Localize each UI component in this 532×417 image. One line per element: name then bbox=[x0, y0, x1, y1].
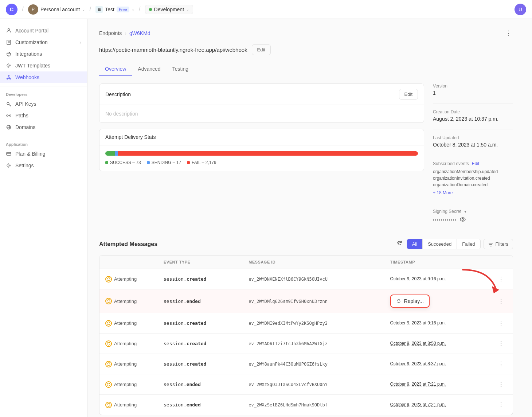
sidebar-item-integrations[interactable]: Integrations bbox=[0, 48, 87, 60]
more-actions-button[interactable]: ⋮ bbox=[504, 28, 513, 39]
nav-separator-1: / bbox=[22, 5, 24, 13]
messages-table-wrapper: EVENT TYPE MESSAGE ID TIMESTAMP bbox=[99, 255, 513, 415]
subscribed-events-edit-button[interactable]: Edit bbox=[472, 161, 480, 166]
timestamp-cell: October 9, 2023 at 7:21 p.m. bbox=[384, 395, 489, 415]
delivery-stats-header: Attempt Delivery Stats bbox=[99, 129, 424, 145]
svg-point-20 bbox=[460, 218, 465, 221]
user-avatar[interactable]: U bbox=[515, 4, 526, 15]
event-type-cell: session.created bbox=[158, 354, 243, 374]
svg-point-12 bbox=[7, 115, 8, 116]
breadcrumb-parent[interactable]: Endpoints bbox=[99, 30, 122, 36]
chevron-right-icon: › bbox=[79, 39, 81, 45]
subscribed-events-section: Subscribed events Edit organizationMembe… bbox=[433, 161, 513, 195]
sidebar-item-api-keys[interactable]: API Keys bbox=[0, 98, 87, 110]
status-badge: Attempting bbox=[105, 381, 152, 388]
settings-icon bbox=[6, 163, 12, 168]
sidebar-item-jwt-templates[interactable]: JWT Templates bbox=[0, 60, 87, 71]
tab-advanced[interactable]: Advanced bbox=[132, 62, 166, 76]
page-icon bbox=[6, 39, 12, 45]
delivery-stats-body: SUCCESS – 73 SENDING – 17 FAIL – 2,179 bbox=[99, 145, 424, 171]
sidebar-item-plan-billing[interactable]: Plan & Billing bbox=[0, 148, 87, 160]
message-id-text: ev_2WY8aunPk44C3OuMUP0GZ6fsLky bbox=[249, 362, 328, 367]
attempting-icon bbox=[105, 402, 112, 408]
replay-label: Replay... bbox=[404, 298, 424, 304]
main-column: Description Edit No description Attempt … bbox=[99, 83, 424, 230]
row-status-cell: Attempting bbox=[99, 374, 158, 395]
sidebar-item-domains[interactable]: Domains bbox=[0, 121, 87, 133]
legend-success-dot bbox=[105, 161, 108, 164]
row-menu-button[interactable]: ⋮ bbox=[495, 339, 507, 348]
filter-succeeded-button[interactable]: Succeeded bbox=[423, 239, 457, 249]
row-status-cell: Attempting bbox=[99, 313, 158, 334]
signing-secret-value: •••••••••••• bbox=[433, 217, 513, 223]
timestamp-cell: Replay... bbox=[384, 289, 489, 313]
col-event-type: EVENT TYPE bbox=[158, 256, 243, 269]
col-timestamp: TIMESTAMP bbox=[384, 256, 489, 269]
sidebar-item-account-portal[interactable]: Account Portal bbox=[0, 25, 87, 36]
version-section: Version 1 bbox=[433, 83, 513, 96]
status-badge: Attempting bbox=[105, 276, 152, 282]
sidebar-item-paths[interactable]: Paths bbox=[0, 110, 87, 121]
stats-bar-container bbox=[105, 151, 418, 156]
attempting-icon bbox=[105, 340, 112, 347]
row-actions-cell: ⋮ bbox=[489, 354, 513, 374]
event-tag-0: organizationMembership.updated bbox=[433, 169, 513, 174]
signing-secret-reveal-button[interactable] bbox=[460, 217, 466, 223]
filter-all-button[interactable]: All bbox=[407, 239, 423, 249]
edit-endpoint-button[interactable]: Edit bbox=[252, 44, 271, 55]
tab-overview[interactable]: Overview bbox=[99, 62, 132, 76]
sidebar-item-label: Webhooks bbox=[15, 74, 39, 80]
sidebar: Account Portal Customization › Integrati… bbox=[0, 19, 87, 417]
row-menu-button[interactable]: ⋮ bbox=[495, 400, 507, 410]
subscribed-events-label: Subscribed events bbox=[433, 161, 469, 166]
stats-legend: SUCCESS – 73 SENDING – 17 FAIL – 2,179 bbox=[105, 160, 418, 165]
status-text: Attempting bbox=[114, 382, 137, 387]
developers-section-label: Developers bbox=[0, 89, 87, 98]
message-id-text: ev_2WYDNXENEXflB6CY9GkN50UIvcU bbox=[249, 277, 328, 282]
legend-success: SUCCESS – 73 bbox=[105, 160, 141, 165]
row-actions-cell: ⋮ bbox=[489, 313, 513, 334]
refresh-button[interactable] bbox=[395, 239, 404, 249]
tab-testing[interactable]: Testing bbox=[167, 62, 194, 76]
table-header: EVENT TYPE MESSAGE ID TIMESTAMP bbox=[99, 256, 513, 269]
more-events-link[interactable]: + 18 More bbox=[433, 190, 453, 195]
info-divider-2 bbox=[433, 129, 513, 129]
event-type-text: session.ended bbox=[164, 299, 201, 304]
account-switcher[interactable]: P Personal account ⌄ bbox=[28, 4, 85, 15]
row-menu-button[interactable]: ⋮ bbox=[495, 296, 507, 306]
attempting-icon bbox=[105, 320, 112, 327]
messages-header-right: All Succeeded Failed Filters bbox=[395, 239, 513, 249]
nav-separator-3: / bbox=[139, 5, 141, 13]
status-badge: Attempting bbox=[105, 298, 152, 304]
row-menu-button[interactable]: ⋮ bbox=[495, 379, 507, 389]
sidebar-item-webhooks[interactable]: Webhooks bbox=[0, 71, 87, 83]
env-switcher[interactable]: Development ⌄ bbox=[145, 5, 193, 14]
sidebar-item-settings[interactable]: Settings bbox=[0, 160, 87, 171]
row-menu-button[interactable]: ⋮ bbox=[495, 318, 507, 328]
last-updated-value: October 8, 2023 at 1:50 a.m. bbox=[433, 142, 513, 148]
svg-rect-1 bbox=[7, 40, 11, 44]
legend-fail: FAIL – 2,179 bbox=[187, 160, 216, 165]
timestamp-text: October 9, 2023 at 8:37 p.m. bbox=[390, 361, 446, 366]
url-bar: https://poetic-mammoth-blatantly.ngrok-f… bbox=[99, 44, 513, 55]
row-menu-button[interactable]: ⋮ bbox=[495, 359, 507, 369]
filter-failed-button[interactable]: Failed bbox=[457, 239, 480, 249]
svg-point-0 bbox=[8, 29, 10, 31]
sidebar-item-customization[interactable]: Customization › bbox=[0, 36, 87, 48]
sidebar-divider-2 bbox=[0, 136, 87, 136]
webhook-icon bbox=[6, 74, 12, 80]
status-badge: Attempting bbox=[105, 340, 152, 347]
event-type-text: session.created bbox=[164, 341, 206, 346]
signing-secret-dropdown-button[interactable]: ▼ bbox=[463, 210, 467, 214]
timestamp-text: October 9, 2023 at 7:21 p.m. bbox=[390, 382, 446, 387]
replay-dropdown[interactable]: Replay... bbox=[390, 295, 430, 308]
row-menu-button[interactable]: ⋮ bbox=[495, 274, 507, 284]
breadcrumb-actions: ⋮ bbox=[504, 28, 513, 39]
no-description-text: No description bbox=[105, 111, 138, 117]
status-text: Attempting bbox=[114, 341, 137, 346]
app-switcher[interactable]: ▦ Test Free ⌄ bbox=[95, 6, 134, 13]
path-icon bbox=[6, 113, 12, 118]
edit-description-button[interactable]: Edit bbox=[399, 89, 418, 100]
app-logo: C bbox=[6, 4, 17, 15]
filters-button[interactable]: Filters bbox=[484, 239, 513, 249]
